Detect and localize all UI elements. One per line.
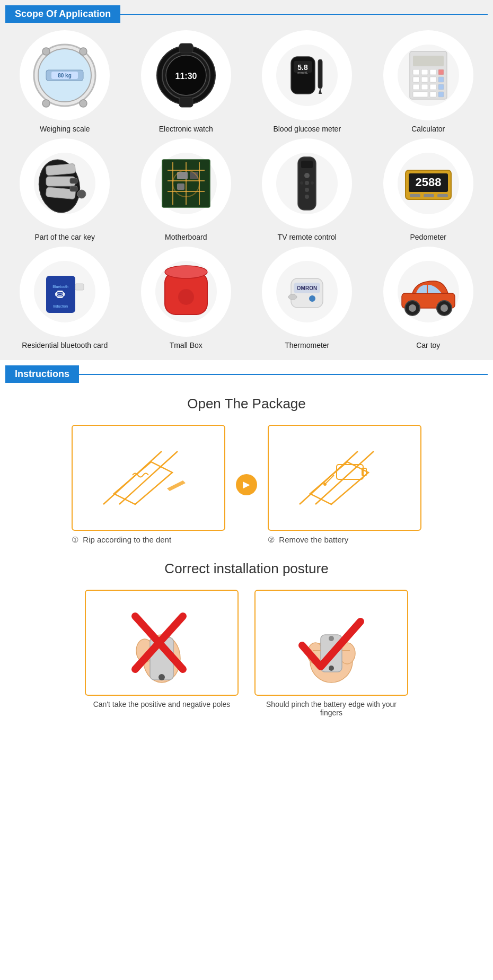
posture-wrong-item: Can't take the positive and negative pol… [85, 590, 239, 708]
svg-rect-75 [437, 194, 448, 197]
svg-point-64 [305, 181, 309, 185]
svg-rect-24 [413, 56, 444, 66]
motherboard-label: Motherboard [165, 233, 207, 241]
svg-rect-81 [75, 284, 84, 290]
car-key-label: Part of the car key [34, 233, 95, 241]
car-toy-label: Car toy [416, 341, 440, 349]
svg-rect-46 [70, 186, 77, 191]
svg-point-117 [329, 636, 334, 641]
posture-title: Correct installation posture [5, 561, 488, 577]
svg-point-7 [42, 48, 50, 55]
step1-box [72, 425, 225, 531]
svg-point-68 [311, 181, 314, 185]
svg-point-66 [305, 195, 309, 199]
bluetooth-card-label: Residential bluetooth card [22, 341, 108, 349]
svg-point-95 [409, 304, 416, 312]
svg-point-63 [304, 173, 310, 178]
posture-row: Can't take the positive and negative pol… [5, 590, 488, 717]
tv-remote-label: TV remote control [278, 233, 337, 241]
item-motherboard: Motherboard [127, 138, 246, 241]
svg-rect-45 [70, 178, 77, 183]
svg-rect-31 [430, 77, 436, 82]
weighing-scale-label: Weighing scale [40, 125, 90, 133]
svg-rect-13 [179, 43, 193, 53]
scope-line [120, 14, 488, 15]
calculator-label: Calculator [411, 125, 445, 133]
svg-rect-28 [438, 69, 444, 75]
pedometer-label: Pedometer [410, 233, 446, 241]
blood-glucose-label: Blood glucose meter [273, 125, 341, 133]
motherboard-image [141, 138, 231, 229]
posture-wrong-box [85, 590, 239, 696]
svg-rect-58 [177, 183, 184, 190]
svg-point-6 [80, 100, 87, 107]
item-calculator: Calculator [369, 30, 488, 133]
svg-point-8 [80, 48, 87, 55]
svg-text:Induction: Induction [53, 304, 68, 308]
svg-rect-36 [438, 84, 444, 90]
tmall-box-image [141, 247, 231, 337]
item-pedometer: 2588 Pedometer [369, 138, 488, 241]
svg-rect-25 [413, 69, 419, 75]
scope-header: Scope Of Application [5, 5, 488, 23]
electronic-watch-image: 11:30 [141, 30, 231, 120]
svg-point-90 [288, 294, 297, 300]
posture-wrong-label: Can't take the positive and negative pol… [85, 700, 239, 708]
posture-correct-label: Should pinch the battery edge with your … [254, 700, 408, 717]
svg-point-110 [159, 674, 165, 680]
instructions-header: Instructions [5, 365, 488, 383]
instructions-badge: Instructions [5, 365, 79, 383]
thermometer-label: Thermometer [285, 341, 329, 349]
svg-text:⭖: ⭖ [55, 288, 66, 301]
svg-text:11:30: 11:30 [175, 72, 197, 81]
svg-point-105 [323, 483, 327, 486]
svg-rect-30 [421, 77, 428, 82]
svg-text:mmol/L: mmol/L [297, 71, 308, 74]
thermometer-image: OMRON [262, 247, 352, 337]
svg-line-100 [119, 451, 178, 504]
posture-correct-item: Should pinch the battery edge with your … [254, 590, 408, 717]
electronic-watch-label: Electronic watch [159, 125, 213, 133]
item-weighing-scale: 80 kg Weighing scale [5, 30, 125, 133]
svg-rect-26 [421, 69, 428, 75]
svg-rect-33 [413, 84, 419, 90]
instructions-line [79, 374, 488, 375]
car-key-image [20, 138, 110, 229]
item-car-key: Part of the car key [5, 138, 125, 241]
posture-correct-box [254, 590, 408, 696]
bluetooth-card-image: Bluetooth ⭖ Induction [20, 247, 110, 337]
svg-rect-39 [438, 92, 444, 97]
blood-glucose-image: 5.8 mmol/L [262, 30, 352, 120]
svg-point-91 [309, 295, 315, 302]
svg-point-67 [300, 181, 303, 185]
step2-box [268, 425, 421, 531]
svg-rect-74 [424, 194, 434, 197]
svg-line-102 [315, 451, 374, 504]
scope-section: Scope Of Application 80 kg Wei [0, 0, 493, 360]
svg-point-85 [178, 289, 194, 305]
item-tmall-box: Tmall Box [127, 247, 246, 349]
step-arrow: ► [236, 474, 257, 495]
svg-rect-20 [318, 59, 322, 89]
scope-badge: Scope Of Application [5, 5, 120, 23]
item-electronic-watch: 11:30 Electronic watch [127, 30, 246, 133]
tv-remote-image [262, 138, 352, 229]
item-blood-glucose: 5.8 mmol/L Blood glucose meter [248, 30, 367, 133]
svg-rect-37 [413, 92, 428, 97]
svg-point-47 [77, 190, 86, 198]
svg-rect-34 [421, 84, 428, 90]
svg-point-5 [42, 100, 50, 107]
svg-text:OMRON: OMRON [297, 285, 317, 291]
svg-text:80 kg: 80 kg [58, 73, 72, 78]
scope-grid: 80 kg Weighing scale 11:30 [5, 30, 488, 349]
svg-rect-27 [430, 69, 436, 75]
svg-rect-35 [430, 84, 436, 90]
weighing-scale-image: 80 kg [20, 30, 110, 120]
svg-text:5.8: 5.8 [298, 63, 309, 72]
calculator-image [383, 30, 473, 120]
tmall-box-label: Tmall Box [170, 341, 203, 349]
svg-point-118 [329, 666, 334, 671]
instructions-section: Instructions Open The Package [0, 360, 493, 733]
steps-row: ① Rip according to the dent ► [5, 425, 488, 545]
item-bluetooth-card: Bluetooth ⭖ Induction Residential blueto… [5, 247, 125, 349]
